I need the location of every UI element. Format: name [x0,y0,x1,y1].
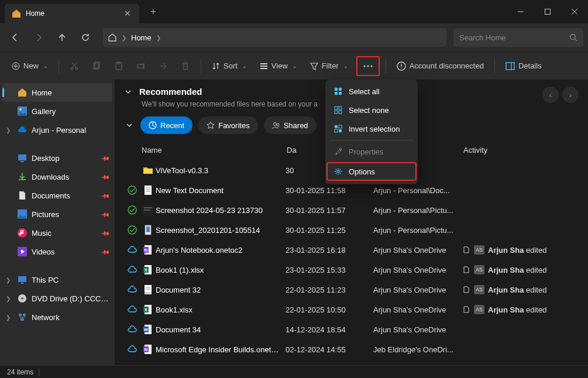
menu-select-all[interactable]: Select all [328,82,415,101]
menu-invert-selection[interactable]: Invert selection [328,119,415,138]
file-row[interactable]: Screenshot_20201201-105514 30-01-2025 11… [124,220,579,240]
item-count: 24 items [7,368,33,376]
new-button[interactable]: New ⌄ [7,57,53,75]
view-button[interactable]: View ⌄ [255,57,302,75]
tab-home[interactable]: Home ✕ [5,4,139,23]
file-name: Arjun's Notebook.onetoc2 [156,246,286,255]
sidebar-item-pictures[interactable]: Pictures 📌 [0,205,115,224]
cut-button[interactable] [65,57,84,75]
paste-button[interactable] [109,57,128,75]
search-input[interactable]: Search Home [453,28,583,47]
pin-icon: 📌 [101,209,110,219]
rename-button[interactable] [132,57,150,75]
sidebar-item-gallery[interactable]: Gallery [0,102,115,121]
svg-point-22 [363,65,365,67]
properties-icon [333,147,343,156]
status-icon [124,205,140,215]
select-none-icon [333,105,343,115]
up-button[interactable] [51,27,73,48]
file-row[interactable]: N Microsoft Edge Insider Builds.oneto...… [124,339,579,359]
new-tab-button[interactable]: + [144,2,163,21]
svg-line-12 [72,63,76,67]
prev-button[interactable]: ‹ [542,87,559,103]
file-row[interactable]: Screenshot 2024-05-23 213730 30-01-2025 … [124,200,579,220]
chevron-down-icon[interactable] [124,121,135,129]
copy-button[interactable] [87,57,106,75]
column-activity[interactable]: Activity [463,146,579,154]
share-button[interactable] [154,57,173,75]
chevron-right-icon[interactable]: ❯ [6,277,13,283]
chevron-right-icon: ❯ [122,35,126,41]
pill-shared[interactable]: Shared [264,116,317,134]
chevron-right-icon[interactable]: ❯ [6,314,13,321]
svg-rect-55 [144,209,150,211]
account-button[interactable]: Account disconnected [392,57,489,75]
sidebar-item-downloads[interactable]: Downloads 📌 [0,167,115,186]
section-nav: ‹ › [542,87,579,103]
svg-line-11 [73,63,77,67]
svg-point-23 [367,65,369,67]
file-row[interactable]: X Book1 (1).xlsx 23-01-2025 15:33 Arjun … [124,260,579,280]
maximize-button[interactable] [534,0,561,23]
svg-point-31 [19,108,22,111]
details-button[interactable]: Details [501,57,546,75]
sidebar-item-thispc[interactable]: ❯ This PC [0,270,115,289]
delete-button[interactable] [176,57,195,75]
sidebar-item-home[interactable]: Home [2,83,112,102]
invert-icon [333,124,343,133]
sidebar-item-dvd[interactable]: ❯ DVD Drive (D:) CCCOMA_ [0,289,115,308]
svg-rect-1 [545,9,551,15]
chevron-down-icon[interactable] [124,88,132,96]
videos-icon [18,247,27,256]
file-date: 02-12-2024 14:55 [286,345,373,354]
refresh-button[interactable] [75,27,96,48]
minimize-button[interactable] [507,0,534,23]
sidebar-item-documents[interactable]: Documents 📌 [0,186,115,205]
file-row[interactable]: N Arjun's Notebook.onetoc2 23-01-2025 16… [124,240,579,260]
file-row[interactable]: W Document 34 14-12-2024 18:54 Arjun Sha… [124,319,579,339]
svg-point-24 [370,65,372,67]
column-name[interactable]: Name [142,146,287,154]
menu-properties: Properties [328,142,415,161]
sidebar-item-desktop[interactable]: Desktop 📌 [0,149,115,167]
file-type-icon [140,225,156,235]
downloads-icon [18,172,27,181]
chevron-right-icon[interactable]: ❯ [6,295,13,302]
svg-point-46 [277,123,279,126]
svg-point-27 [401,67,402,68]
tab-close-icon[interactable]: ✕ [123,9,132,18]
chevron-right-icon[interactable]: ❯ [6,127,13,133]
file-date: 22-01-2025 11:23 [286,286,373,294]
sidebar-item-videos[interactable]: Videos 📌 [0,242,115,261]
pill-favorites[interactable]: Favorites [198,116,257,134]
file-activity: ASArjun Sha edited [462,265,579,274]
file-row[interactable]: DOCX Document 32 22-01-2025 11:23 Arjun … [124,280,579,300]
status-icon [124,305,140,314]
status-icon [124,325,140,334]
back-button[interactable] [5,27,26,48]
menu-options[interactable]: Options [326,162,417,181]
next-button[interactable]: › [562,87,579,103]
menu-select-none[interactable]: Select none [328,101,415,119]
sidebar-item-personal[interactable]: ❯ Arjun - Personal [0,121,115,139]
file-icon [462,266,470,274]
sort-button[interactable]: Sort ⌄ [207,57,252,75]
titlebar: Home ✕ + [0,0,588,23]
pill-recent[interactable]: Recent [140,116,192,134]
breadcrumb-current[interactable]: Home [131,33,152,42]
sidebar-item-network[interactable]: ❯ Network [0,308,115,327]
filter-button[interactable]: Filter ⌄ [305,57,353,75]
toolbar: New ⌄ Sort ⌄ View ⌄ Filter ⌄ Account dis… [0,51,588,80]
breadcrumb[interactable]: ❯ Home ❯ [103,28,446,47]
sidebar-item-music[interactable]: Music 📌 [0,224,115,242]
file-type-icon: W [140,324,156,335]
user-badge: AS [474,245,484,255]
close-button[interactable] [561,0,588,23]
more-button[interactable] [356,56,380,76]
forward-button[interactable] [28,27,49,48]
file-row[interactable]: X Book1.xlsx 22-01-2025 10:50 Arjun Sha'… [124,300,579,319]
file-type-icon [140,205,156,215]
file-date: 23-01-2025 15:33 [286,266,373,274]
svg-rect-42 [23,314,26,316]
svg-rect-81 [339,92,342,95]
